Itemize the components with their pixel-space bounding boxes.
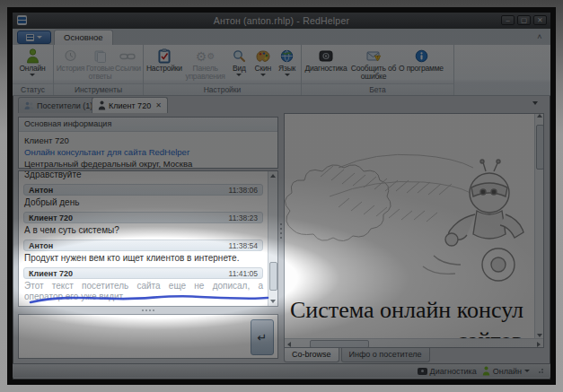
tab-client-720[interactable]: Клиент 720 ✕: [92, 97, 168, 113]
chat-message-text: Продукт нужен вем кто ищет клиентов в ин…: [24, 253, 262, 264]
ribbon-group-label: Статус: [13, 83, 53, 95]
statusbar-online-status[interactable]: Онлайн: [482, 366, 530, 376]
message-input[interactable]: [22, 318, 247, 355]
tab-list-dropdown-icon[interactable]: [532, 101, 538, 105]
gears-icon: ⚙⚙: [196, 48, 216, 65]
settings-button[interactable]: Настройки: [145, 47, 183, 83]
tab-visitors[interactable]: Посетители (1): [18, 97, 99, 113]
scroll-up-icon[interactable]: [268, 171, 277, 180]
visitor-site-link[interactable]: Онлайн консультант для сайта RedHelper: [24, 146, 272, 158]
visitors-icon: [24, 101, 34, 110]
message-author: Антон: [29, 241, 53, 250]
globe-icon: [280, 48, 294, 65]
links-button[interactable]: Ссылки: [115, 47, 141, 83]
scrollbar-thumb[interactable]: [269, 262, 277, 291]
chevron-down-icon: [236, 74, 242, 76]
message-author: Клиент 720: [29, 213, 73, 222]
visitor-info-panel: Основная информация Клиент 720 Онлайн ко…: [18, 117, 278, 169]
chat-message-list[interactable]: Здравствуйте Антон 11:38:06 Добрый день …: [19, 171, 268, 306]
window-title: Антон (anton.rhlp) - RedHelper: [13, 15, 550, 26]
chat-message-header: Клиент 720 11:41:05: [23, 267, 263, 279]
envelope-warning-icon: !: [366, 48, 382, 65]
cobrowse-horizontal-scrollbar[interactable]: [285, 338, 543, 347]
diagnostics-icon: [319, 48, 333, 65]
ribbon-group-settings: Настройки ⚙⚙ Панель управления Вид: [144, 45, 302, 95]
redhelper-window: Антон (anton.rhlp) - RedHelper – ▢ ✕ Осн…: [13, 13, 550, 379]
chevron-down-icon: [285, 74, 290, 76]
maximize-button[interactable]: ▢: [517, 15, 531, 25]
resize-grip[interactable]: [539, 369, 543, 373]
message-input-panel: ↵: [18, 314, 278, 359]
ribbon-group-status: Онлайн Статус: [13, 45, 54, 95]
close-button[interactable]: ✕: [533, 15, 547, 25]
canned-replies-button[interactable]: Готовые ответы: [85, 47, 115, 83]
magnifier-icon: [233, 48, 246, 65]
bottom-tab-strip: Co-browse Инфо о посетителе: [284, 348, 430, 362]
scroll-down-icon[interactable]: [268, 297, 277, 306]
history-button[interactable]: История: [56, 47, 85, 83]
scroll-left-icon[interactable]: [287, 342, 291, 347]
ribbon-group-label: Настройки: [144, 83, 301, 95]
message-time: 11:41:05: [229, 269, 258, 278]
visitor-name: Клиент 720: [24, 135, 272, 146]
app-menu-button[interactable]: [17, 30, 51, 44]
chat-scrollbar[interactable]: [268, 171, 277, 306]
chat-history-panel: Здравствуйте Антон 11:38:06 Добрый день …: [18, 170, 278, 307]
skin-button[interactable]: Скин: [251, 47, 275, 83]
diagnostics-icon: [418, 368, 427, 375]
app-logo-icon: [17, 15, 27, 25]
message-time: 11:38:54: [229, 241, 258, 250]
chat-message-text: Добрый день: [24, 197, 262, 208]
scroll-down-icon[interactable]: [535, 334, 543, 337]
app-menu-icon: [26, 34, 34, 41]
about-button[interactable]: О программе: [399, 47, 444, 83]
clipboard-check-icon: [158, 48, 171, 65]
ribbon-group-label: Бета: [302, 83, 453, 95]
scroll-up-icon[interactable]: [535, 114, 543, 118]
chevron-down-icon: [524, 370, 530, 372]
cobrowse-panel: Система онлайн консул сайтов: [284, 113, 544, 348]
status-bar: Диагностика Онлайн: [13, 363, 550, 378]
scrollbar-thumb[interactable]: [310, 340, 369, 348]
person-online-icon: [26, 48, 40, 65]
cobrowse-vertical-scrollbar[interactable]: [534, 114, 543, 339]
chevron-down-icon: [30, 74, 35, 76]
chat-message-text: А в чем суть системы?: [24, 225, 262, 236]
view-button[interactable]: Вид: [227, 47, 251, 83]
language-button[interactable]: Язык: [275, 47, 299, 83]
history-clock-icon: [64, 48, 77, 65]
scrollbar-thumb[interactable]: [536, 125, 544, 170]
send-button[interactable]: ↵: [251, 319, 274, 355]
report-bug-button[interactable]: ! Сообщить об ошибке: [348, 47, 399, 83]
control-panel-button[interactable]: ⚙⚙ Панель управления: [183, 47, 228, 83]
chat-message-text-pending: Этот текст посетитель сайта еще не допис…: [24, 281, 263, 302]
horizontal-splitter[interactable]: [18, 308, 278, 313]
ribbon-group-beta: Диагностика ! Сообщить об ошибке О прогр…: [302, 45, 454, 95]
page-background: Антон (anton.rhlp) - RedHelper – ▢ ✕ Осн…: [0, 0, 563, 392]
book-pages-icon: [93, 48, 107, 65]
chat-message-header: Антон 11:38:06: [23, 184, 263, 196]
tab-client-label: Клиент 720: [109, 101, 151, 110]
ribbon-tab-main[interactable]: Основное: [54, 30, 113, 46]
chevron-down-icon: [260, 74, 266, 76]
chat-message-header: Клиент 720 11:38:23: [23, 212, 263, 223]
chat-message-text: Здравствуйте: [24, 171, 262, 180]
tab-visitor-info[interactable]: Инфо о посетителе: [341, 348, 430, 362]
document-tab-strip: Посетители (1) Клиент 720 ✕: [13, 97, 550, 113]
chain-link-icon: [119, 48, 136, 65]
collapse-ribbon-button[interactable]: ˄: [534, 31, 545, 42]
diagnostics-button[interactable]: Диагностика: [303, 47, 348, 83]
ribbon: Онлайн Статус История Готовые ответы: [13, 45, 550, 96]
client-person-icon: [98, 100, 106, 110]
scroll-right-icon[interactable]: [537, 342, 541, 347]
online-status-button[interactable]: Онлайн: [14, 47, 50, 83]
message-time: 11:38:23: [229, 213, 258, 222]
message-time: 11:38:06: [229, 186, 258, 195]
robot-sketch-image: [285, 114, 536, 293]
statusbar-diagnostics[interactable]: Диагностика: [418, 367, 477, 376]
minimize-button[interactable]: –: [501, 15, 515, 25]
close-tab-icon[interactable]: ✕: [155, 101, 162, 109]
chat-message-header: Антон 11:38:54: [23, 240, 263, 251]
tab-cobrowse[interactable]: Co-browse: [284, 348, 339, 362]
palette-icon: [256, 48, 270, 65]
